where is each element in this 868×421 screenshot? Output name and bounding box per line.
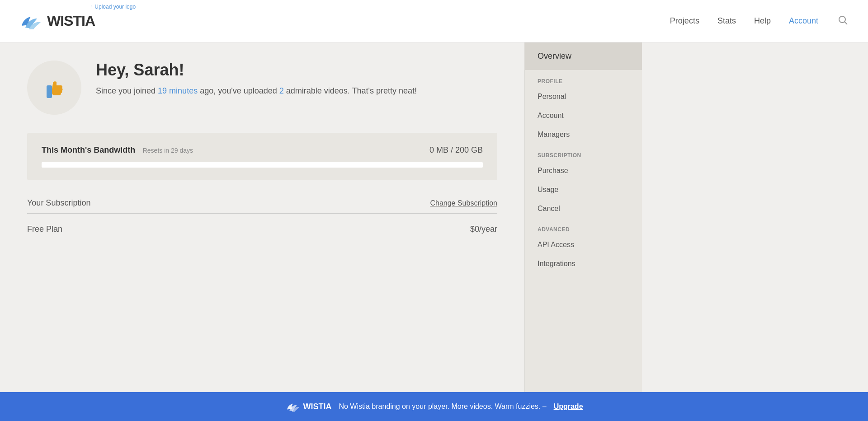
avatar (27, 61, 81, 115)
bandwidth-amount: 0 MB / 200 GB (429, 145, 483, 155)
sidebar-section-profile: PROFILE (525, 70, 642, 87)
thumbs-up-icon (38, 72, 70, 103)
bandwidth-card: This Month's Bandwidth Resets in 29 days… (27, 133, 497, 180)
bandwidth-resets: Resets in 29 days (143, 147, 193, 154)
change-subscription-link[interactable]: Change Subscription (430, 199, 497, 207)
sidebar-section-subscription: SUBSCRIPTION (525, 144, 642, 161)
welcome-section: Hey, Sarah! Since you joined 19 minutes … (27, 61, 497, 115)
welcome-description: Since you joined 19 minutes ago, you've … (96, 85, 417, 97)
nav-projects[interactable]: Projects (670, 16, 699, 26)
page-layout: Hey, Sarah! Since you joined 19 minutes … (0, 42, 868, 392)
upload-logo-link[interactable]: Upload your logo (90, 4, 136, 10)
sidebar-item-api-access[interactable]: API Access (525, 235, 642, 254)
footer-upgrade-link[interactable]: Upgrade (554, 402, 583, 411)
sidebar-item-account[interactable]: Account (525, 106, 642, 125)
subscription-header: Your Subscription Change Subscription (27, 198, 497, 214)
welcome-text: Hey, Sarah! Since you joined 19 minutes … (96, 61, 417, 97)
sidebar-item-purchase[interactable]: Purchase (525, 161, 642, 180)
bandwidth-bar-background (42, 162, 483, 168)
upload-count-link[interactable]: 2 (279, 86, 284, 95)
header: Upload your logo WISTIA Projects Stats H… (0, 0, 868, 42)
sidebar-item-personal[interactable]: Personal (525, 87, 642, 106)
sidebar-item-integrations[interactable]: Integrations (525, 254, 642, 273)
bandwidth-title: This Month's Bandwidth (42, 145, 135, 154)
sidebar-section-advanced: ADVANCED (525, 218, 642, 235)
footer-logo-text: WISTIA (303, 402, 331, 412)
plan-row: Free Plan $0/year (27, 221, 497, 238)
sidebar: Overview PROFILE Personal Account Manage… (524, 42, 642, 392)
bandwidth-header: This Month's Bandwidth Resets in 29 days… (42, 145, 483, 155)
sidebar-item-managers[interactable]: Managers (525, 125, 642, 144)
bandwidth-title-group: This Month's Bandwidth Resets in 29 days (42, 145, 193, 155)
svg-point-0 (839, 16, 845, 23)
sidebar-item-overview[interactable]: Overview (525, 42, 642, 70)
main-nav: Projects Stats Help Account (670, 14, 850, 28)
footer-message: No Wistia branding on your player. More … (339, 402, 546, 411)
sidebar-item-cancel[interactable]: Cancel (525, 199, 642, 218)
plan-price: $0/year (470, 225, 497, 234)
sidebar-item-usage[interactable]: Usage (525, 180, 642, 199)
time-ago-link[interactable]: 19 minutes (158, 86, 198, 95)
plan-name: Free Plan (27, 225, 62, 234)
greeting-heading: Hey, Sarah! (96, 61, 417, 80)
main-content: Hey, Sarah! Since you joined 19 minutes … (0, 42, 524, 392)
subscription-section: Your Subscription Change Subscription Fr… (27, 198, 497, 238)
search-button[interactable] (836, 14, 850, 28)
svg-line-1 (845, 22, 848, 25)
footer-wistia-logo-icon (285, 398, 301, 415)
logo-text: WISTIA (47, 13, 95, 29)
search-icon (838, 15, 848, 25)
footer-logo: WISTIA (285, 398, 331, 415)
svg-rect-2 (47, 85, 52, 98)
logo-area: WISTIA (18, 9, 95, 34)
nav-stats[interactable]: Stats (717, 16, 736, 26)
nav-account[interactable]: Account (789, 16, 818, 26)
wistia-logo-icon (18, 9, 43, 34)
subscription-title: Your Subscription (27, 198, 90, 208)
nav-help[interactable]: Help (754, 16, 771, 26)
footer-banner: WISTIA No Wistia branding on your player… (0, 392, 868, 421)
